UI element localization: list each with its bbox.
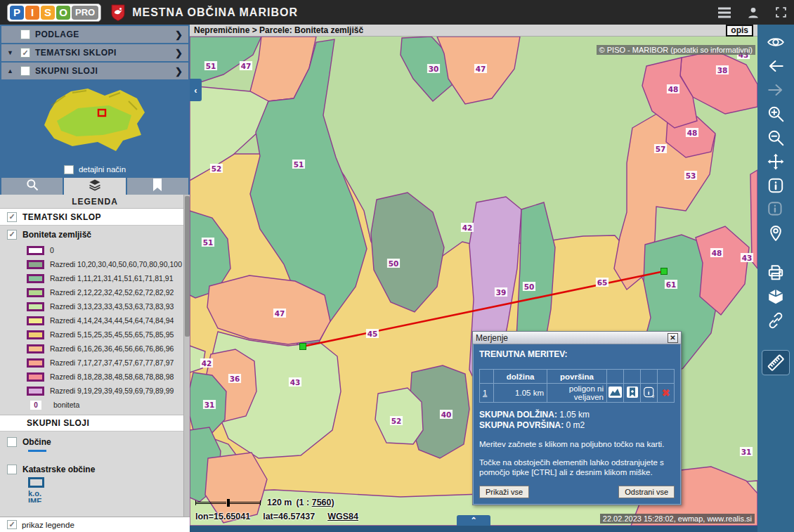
- show-all-button[interactable]: Prikaži vse: [479, 486, 529, 498]
- piso-app: PISOPRO MESTNA OBČINA MARIBOR PODLAGE❯▼✓…: [0, 0, 794, 532]
- parcel-label: 40: [441, 410, 452, 419]
- overview-map[interactable]: [0, 79, 190, 162]
- tab-layers[interactable]: [64, 178, 125, 195]
- link-icon[interactable]: [762, 309, 789, 332]
- legend-swatch: [27, 316, 44, 325]
- section-checkbox[interactable]: ✓: [20, 48, 30, 58]
- show-legend-checkbox[interactable]: ✓: [7, 520, 17, 529]
- close-icon[interactable]: ✕: [668, 333, 678, 343]
- parcel-label: 30: [429, 65, 439, 73]
- layer-katastrske-občine: Katastrske občine: [0, 459, 190, 476]
- zoom-out-icon[interactable]: [762, 126, 789, 150]
- legend-swatch: [27, 274, 44, 283]
- pan-icon[interactable]: [762, 150, 789, 174]
- parcel-label: 31: [204, 401, 215, 409]
- parcel-label: 47: [476, 65, 486, 73]
- page-title: MESTNA OBČINA MARIBOR: [132, 6, 298, 19]
- legend-scrollbar[interactable]: [183, 195, 190, 517]
- sidebar-collapse-tab[interactable]: ‹: [190, 79, 202, 101]
- sidebar: PODLAGE❯▼✓TEMATSKI SKLOPI❯▲SKUPNI SLOJI❯…: [0, 25, 190, 532]
- profile-chart-icon[interactable]: [607, 384, 624, 403]
- legend-item: Razredi 3,13,23,33,43,53,63,73,83,93: [0, 299, 190, 313]
- total-area-label: SKUPNA POVRŠINA:: [479, 420, 564, 430]
- user-icon[interactable]: [747, 6, 760, 19]
- map-viewport[interactable]: 5147525130474338484857534251503950656148…: [190, 37, 757, 526]
- parcel-label: 39: [496, 288, 507, 297]
- measure-row-index[interactable]: 1: [483, 389, 487, 397]
- measure-vertex[interactable]: [300, 344, 306, 350]
- legend-swatch: [27, 246, 44, 255]
- tab-search[interactable]: [1, 178, 63, 195]
- parcel-label: 48: [712, 249, 722, 257]
- tematski-sklop-checkbox[interactable]: ✓: [7, 212, 17, 222]
- map-timestamp: 22.02.2023 15:28:02, ewmap, www.realis.s…: [600, 514, 755, 524]
- datum-link[interactable]: WGS84: [327, 512, 358, 521]
- remove-all-button[interactable]: Odstrani vse: [618, 486, 675, 498]
- print-icon[interactable]: [762, 261, 789, 285]
- chevron-right-icon[interactable]: ❯: [175, 66, 183, 77]
- expander-icon[interactable]: ▼: [7, 49, 15, 56]
- locate-icon[interactable]: [762, 221, 789, 245]
- detail-mode-checkbox[interactable]: [64, 165, 74, 174]
- parcel-label: 52: [391, 417, 402, 425]
- breadcrumb-bar: Nepremičnine > Parcele: Boniteta zemljiš…: [190, 25, 757, 37]
- parcel-label: 51: [206, 62, 216, 70]
- scale-text: 120 m: [267, 498, 292, 507]
- back-icon[interactable]: [762, 54, 789, 78]
- measure-dialog-titlebar[interactable]: Merjenje ✕: [473, 332, 681, 344]
- scale-ratio-link[interactable]: 7560: [312, 498, 332, 507]
- info-icon[interactable]: [762, 174, 789, 197]
- parcel-label: 45: [367, 330, 378, 338]
- parcel-label: 47: [275, 309, 285, 318]
- info-g-icon: g: [762, 197, 789, 221]
- parcel-label: 50: [524, 283, 535, 291]
- measure-table: dolžina površina 1 1.05 km poligon ni ve…: [479, 369, 675, 403]
- accordion-skupni-sloji[interactable]: ▲SKUPNI SLOJI❯: [1, 63, 188, 79]
- col-length: dolžina: [494, 370, 547, 384]
- layer-checkbox[interactable]: [7, 437, 17, 447]
- measure-dialog: Merjenje ✕ TRENUTNA MERITEV: dolžina pov…: [472, 331, 682, 505]
- parcel-label: 53: [686, 171, 696, 180]
- boniteta-checkbox[interactable]: ✓: [7, 230, 17, 240]
- layer-checkbox[interactable]: [7, 465, 17, 474]
- legend-item: Razredi 7,17,27,37,47,57,67,77,87,97: [0, 356, 190, 370]
- map-copyright: © PISO - MARIBOR (podatki so informativn…: [597, 45, 755, 55]
- section-checkbox[interactable]: [20, 66, 30, 76]
- bottom-panel-expand-tab[interactable]: ⌃: [457, 515, 490, 526]
- parcel-label: 52: [211, 164, 222, 173]
- logo-letter: P: [10, 6, 24, 20]
- legend-items: 0Razredi 10,20,30,40,50,60,70,80,90,100R…: [0, 243, 190, 398]
- delete-measure-icon[interactable]: ✖: [662, 387, 670, 398]
- opis-button[interactable]: opis: [726, 25, 753, 37]
- legend-item: Razredi 6,16,26,36,46,56,66,76,86,96: [0, 342, 190, 356]
- boniteta-zero-chip: 0: [30, 401, 41, 410]
- chevron-right-icon[interactable]: ❯: [175, 48, 183, 58]
- total-area-value: 0 m2: [566, 420, 585, 430]
- eye-icon[interactable]: [762, 30, 789, 54]
- bookmark-save-icon[interactable]: [624, 384, 641, 403]
- accordion-podlage[interactable]: PODLAGE❯: [1, 26, 188, 43]
- map-toolbar: g: [757, 25, 794, 532]
- lon-value: lon=15.65041: [195, 512, 250, 521]
- svg-text:g: g: [651, 394, 653, 398]
- accordion-tematski-sklopi[interactable]: ▼✓TEMATSKI SKLOPI❯: [1, 44, 188, 61]
- legend-item: Razredi 4,14,24,34,44,54,64,74,84,94: [0, 313, 190, 327]
- zoom-in-icon[interactable]: [762, 102, 789, 126]
- legend-swatch: [27, 330, 44, 339]
- piso-logo[interactable]: PISOPRO: [7, 4, 101, 22]
- parcel-label: 48: [668, 85, 679, 93]
- info-g-row-icon[interactable]: g: [641, 384, 658, 403]
- menu-icon[interactable]: [717, 7, 731, 18]
- logo-letter: O: [56, 6, 70, 20]
- fullscreen-icon[interactable]: [775, 6, 787, 18]
- section-checkbox[interactable]: [20, 30, 30, 39]
- measure-icon[interactable]: [762, 351, 789, 375]
- cube-icon[interactable]: [762, 285, 789, 309]
- tab-bookmark[interactable]: [127, 178, 188, 195]
- total-length-value: 1.05 km: [559, 410, 590, 420]
- parcel-label: 61: [666, 280, 677, 289]
- chevron-right-icon[interactable]: ❯: [175, 30, 183, 40]
- expander-icon[interactable]: ▲: [7, 67, 15, 74]
- measure-vertex[interactable]: [661, 268, 668, 275]
- legend-swatch: [27, 372, 44, 382]
